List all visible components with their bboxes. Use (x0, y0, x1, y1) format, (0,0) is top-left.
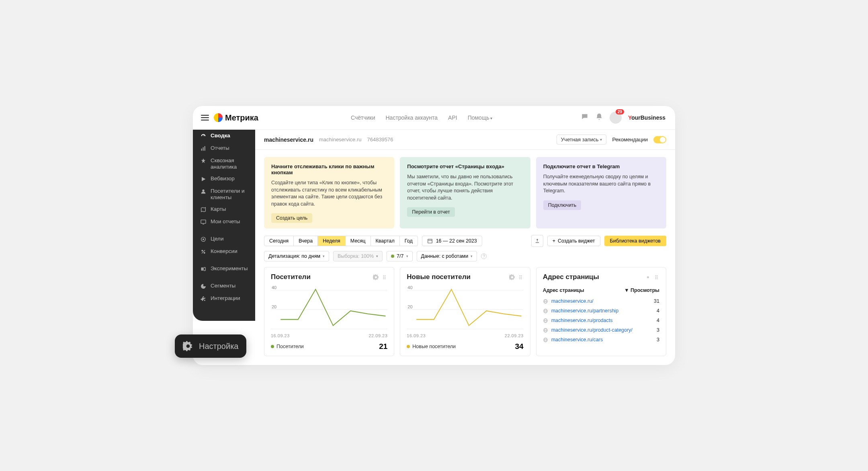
site-title: machineservice.ru (264, 137, 313, 143)
page-url-link[interactable]: machineservice.ru/prodacts (551, 318, 613, 323)
sample-select[interactable]: Выборка: 100%▾ (333, 251, 383, 261)
page-views-value: 3 (657, 337, 659, 343)
sidebar-item-pie[interactable]: Сегменты (193, 280, 255, 292)
counter-id: 764839576 (367, 137, 393, 143)
gear-icon[interactable] (509, 274, 515, 280)
sidebar-item-label: Эксперименты (211, 265, 248, 272)
series-count-select[interactable]: 7/7▾ (387, 251, 412, 261)
svg-point-19 (383, 277, 385, 278)
column-views[interactable]: ▼ Просмотры (624, 287, 659, 293)
menu-burger-icon[interactable] (201, 115, 209, 120)
table-row: machineservice.ru/cars3 (543, 335, 659, 345)
page-views-value: 3 (657, 327, 659, 333)
nav-counters[interactable]: Счётчики (351, 114, 375, 121)
period-segmented-control: СегодняВчераНеделяМесяцКварталГод (264, 236, 418, 246)
svg-point-26 (519, 275, 520, 276)
promo-card: Посмотрите отчет «Страницы входа»Мы заме… (400, 157, 530, 228)
account-dropdown[interactable]: Учетная запись▾ (557, 135, 607, 145)
create-widget-button[interactable]: +Создать виджет (547, 236, 600, 246)
globe-icon (543, 318, 548, 323)
sidebar-item-label: Конверсии (211, 248, 237, 255)
chevron-down-icon: ▾ (471, 254, 473, 258)
card-title: Подключите отчет в Telegram (543, 163, 659, 169)
svg-point-39 (655, 278, 656, 279)
avatar[interactable]: 29 (610, 112, 622, 124)
sidebar-item-target[interactable]: Цели (193, 233, 255, 245)
gear-icon[interactable] (645, 274, 651, 280)
bell-icon[interactable] (595, 113, 603, 122)
card-cta-button[interactable]: Создать цель (271, 213, 312, 223)
svg-point-37 (655, 277, 656, 278)
detail-select[interactable]: Детализация: по дням▾ (264, 251, 329, 261)
page-url-link[interactable]: machineservice.ru/ (551, 298, 594, 304)
plus-icon: + (553, 238, 555, 244)
page-url-link[interactable]: machineservice.ru/product-category/ (551, 327, 633, 333)
export-button[interactable] (531, 235, 543, 247)
help-icon[interactable]: ? (481, 253, 487, 259)
drag-handle-icon[interactable] (381, 274, 387, 280)
sidebar-item-spark[interactable]: Сквозная аналитика (193, 155, 255, 173)
svg-rect-2 (205, 146, 205, 151)
date-range-button[interactable]: 16 — 22 сен 2023 (422, 236, 482, 246)
messages-icon[interactable] (581, 113, 589, 122)
card-title: Начните отслеживать клики по важным кноп… (271, 163, 387, 175)
notification-badge: 29 (616, 109, 624, 114)
widget-title: Адрес страницы (543, 273, 599, 281)
ab-icon (200, 266, 207, 272)
gear-icon[interactable] (373, 274, 379, 280)
widget-library-button[interactable]: Библиотека виджетов (604, 236, 666, 246)
svg-point-7 (203, 239, 204, 240)
svg-rect-1 (203, 147, 204, 151)
page-url-link[interactable]: machineservice.ru/cars (551, 337, 603, 343)
svg-point-30 (519, 278, 520, 279)
dot-green-icon (391, 255, 394, 258)
x-axis-start: 16.09.23 (407, 333, 426, 338)
sidebar-item-label: Отчеты (211, 145, 229, 151)
nav-api[interactable]: API (448, 114, 457, 121)
card-cta-button[interactable]: Подключить (543, 200, 581, 210)
table-row: machineservice.ru/product-category/3 (543, 325, 659, 335)
sidebar-item-bars[interactable]: Отчеты (193, 142, 255, 155)
period-option[interactable]: Вчера (294, 236, 318, 246)
sidebar-item-ab[interactable]: Эксперименты (193, 263, 255, 275)
svg-point-17 (383, 275, 385, 276)
page-views-value: 31 (654, 298, 659, 304)
logo-text: Метрика (225, 113, 258, 122)
period-option[interactable]: Год (400, 236, 418, 246)
drag-handle-icon[interactable] (653, 274, 659, 280)
sidebar-item-gauge[interactable]: Сводка (193, 130, 255, 142)
period-option[interactable]: Сегодня (264, 236, 294, 246)
promo-card: Начните отслеживать клики по важным кноп… (264, 157, 394, 228)
period-option[interactable]: Неделя (318, 236, 346, 246)
visitors-total: 21 (379, 342, 387, 351)
globe-icon (543, 308, 548, 314)
settings-button[interactable]: Настройка (175, 334, 246, 358)
legend-label: Новые посетители (412, 344, 456, 349)
period-option[interactable]: Квартал (371, 236, 400, 246)
robots-select[interactable]: Данные: с роботами▾ (417, 251, 477, 261)
sidebar-item-play[interactable]: Вебвизор (193, 173, 255, 185)
sidebar-item-puzzle[interactable]: Интеграции (193, 292, 255, 305)
period-option[interactable]: Месяц (346, 236, 371, 246)
svg-point-3 (202, 190, 204, 192)
sidebar-item-label: Посетители и клиенты (211, 188, 250, 200)
svg-point-40 (657, 278, 658, 279)
page-url-link[interactable]: machineservice.ru/partnership (551, 308, 618, 314)
settings-label: Настройка (199, 342, 238, 351)
globe-icon (543, 299, 548, 304)
puzzle-icon (200, 296, 207, 302)
sidebar-item-map[interactable]: Карты (193, 203, 255, 216)
sidebar-item-person[interactable]: Посетители и клиенты (193, 185, 255, 203)
card-cta-button[interactable]: Перейти в отчет (407, 207, 454, 217)
drag-handle-icon[interactable] (518, 274, 524, 280)
new-visitors-total: 34 (515, 342, 524, 351)
nav-account-settings[interactable]: Настройка аккаунта (385, 114, 438, 121)
column-url[interactable]: Адрес страницы (543, 287, 584, 293)
svg-point-8 (201, 250, 203, 251)
recommendations-toggle[interactable] (653, 136, 666, 143)
x-axis-start: 16.09.23 (271, 333, 290, 338)
sidebar-item-percent[interactable]: Конверсии (193, 245, 255, 258)
nav-help[interactable]: Помощь▾ (468, 114, 492, 121)
business-name[interactable]: YourBusiness (628, 114, 665, 121)
sidebar-item-screen[interactable]: Мои отчеты (193, 216, 255, 228)
